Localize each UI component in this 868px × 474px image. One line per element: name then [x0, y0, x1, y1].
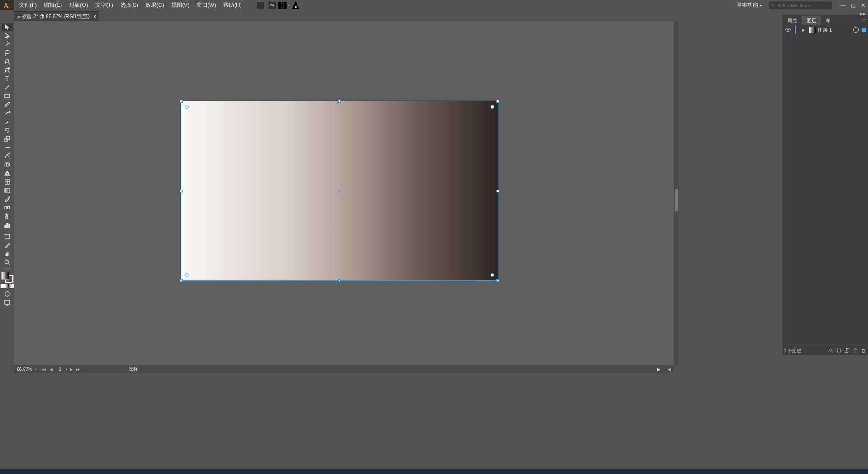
menu-window[interactable]: 窗口(W)	[193, 0, 220, 10]
window-minimize-button[interactable]: ─	[838, 1, 848, 9]
corner-widget[interactable]	[491, 105, 494, 109]
status-tool-label: 选择	[124, 366, 142, 372]
selection-handle[interactable]	[496, 279, 499, 282]
gpu-preview-icon[interactable]	[290, 0, 302, 10]
hscroll-left-icon[interactable]: ◀	[665, 367, 674, 372]
blend-tool[interactable]	[2, 204, 13, 212]
status-play-icon[interactable]: ▶	[657, 367, 665, 372]
stock-icon[interactable]: St	[266, 0, 278, 10]
screen-mode-icon[interactable]	[2, 299, 13, 307]
fill-swatch[interactable]	[1, 272, 9, 280]
menu-help[interactable]: 帮助(H)	[220, 0, 245, 10]
workspace-switcher[interactable]: 基本功能 ▾	[734, 1, 765, 9]
zoom-tool[interactable]	[2, 258, 13, 266]
artboard-number[interactable]: 1	[55, 367, 65, 372]
type-tool[interactable]: T	[2, 75, 13, 83]
disclosure-triangle-icon[interactable]: ▸	[802, 27, 807, 33]
vertical-scrollbar[interactable]	[674, 21, 679, 365]
corner-widget[interactable]	[185, 105, 189, 109]
selected-rectangle[interactable]: ✕	[181, 101, 498, 281]
draw-mode-icon[interactable]	[2, 290, 13, 298]
menu-type[interactable]: 文字(T)	[92, 0, 117, 10]
zoom-level[interactable]: 66.67%	[14, 367, 35, 372]
line-tool[interactable]	[2, 83, 13, 91]
selection-handle[interactable]	[338, 100, 341, 103]
tab-properties[interactable]: 属性	[783, 16, 802, 25]
symbol-sprayer-tool[interactable]	[2, 212, 13, 220]
create-sublayer-icon[interactable]	[844, 348, 850, 354]
width-tool[interactable]	[2, 143, 13, 152]
layer-target-icon[interactable]	[853, 27, 859, 33]
paintbrush-tool[interactable]	[2, 100, 13, 109]
visibility-eye-icon[interactable]	[784, 26, 792, 34]
menu-select[interactable]: 选择(S)	[117, 0, 142, 10]
document-tabs: 未标题-2* @ 66.67% (RGB/预览) ×	[14, 10, 99, 21]
selection-handle[interactable]	[338, 279, 341, 282]
tab-libraries[interactable]: 库	[821, 16, 835, 25]
selection-tool[interactable]	[2, 23, 13, 31]
selection-handle[interactable]	[180, 100, 183, 103]
blank-icon[interactable]	[255, 0, 266, 10]
eyedropper-tool[interactable]	[2, 195, 13, 203]
prev-artboard-button[interactable]: ◀	[48, 367, 54, 372]
magic-wand-tool[interactable]	[2, 40, 13, 48]
corner-widget[interactable]	[185, 273, 189, 277]
corner-widget[interactable]	[491, 273, 494, 277]
scrollbar-thumb[interactable]	[675, 189, 678, 211]
hand-tool[interactable]	[2, 250, 13, 258]
lasso-tool[interactable]	[2, 49, 13, 57]
menu-object[interactable]: 对象(O)	[66, 0, 91, 10]
search-stock[interactable]	[769, 1, 832, 9]
tab-layers[interactable]: 图层	[802, 16, 821, 25]
canvas[interactable]: ✕	[14, 21, 674, 365]
last-artboard-button[interactable]: ⏭	[75, 367, 82, 372]
window-close-button[interactable]: ✕	[858, 1, 868, 9]
scale-tool[interactable]	[2, 135, 13, 143]
menu-edit[interactable]: 编辑(E)	[40, 0, 66, 10]
layer-row[interactable]: ▸ 图层 1	[782, 25, 868, 35]
document-tab[interactable]: 未标题-2* @ 66.67% (RGB/预览) ×	[14, 11, 99, 21]
curvature-tool[interactable]	[2, 66, 13, 74]
delete-layer-icon[interactable]	[861, 348, 866, 354]
mesh-tool[interactable]	[2, 178, 13, 186]
panel-collapse-icon[interactable]: ▸▸	[860, 10, 866, 17]
selection-handle[interactable]	[496, 100, 499, 103]
selection-handle[interactable]	[496, 190, 499, 192]
gradient-tool[interactable]	[2, 186, 13, 194]
os-taskbar[interactable]	[0, 469, 868, 474]
color-mode-gradient[interactable]	[5, 284, 9, 288]
shape-builder-tool[interactable]	[2, 161, 13, 169]
pen-tool[interactable]	[2, 57, 13, 66]
panel-menu-icon[interactable]: ≡	[863, 17, 866, 23]
arrange-documents-icon[interactable]: ▾	[278, 0, 290, 10]
perspective-grid-tool[interactable]	[2, 169, 13, 177]
eraser-tool[interactable]	[2, 118, 13, 126]
close-tab-icon[interactable]: ×	[93, 14, 96, 20]
search-input[interactable]	[778, 3, 830, 8]
color-mode-solid[interactable]	[0, 284, 5, 288]
locate-object-icon[interactable]	[828, 348, 834, 354]
layer-selection-indicator[interactable]	[862, 28, 866, 32]
fill-stroke-control[interactable]	[1, 272, 13, 283]
menu-view[interactable]: 视图(V)	[168, 0, 193, 10]
rotate-tool[interactable]	[2, 126, 13, 134]
first-artboard-button[interactable]: ⏮	[41, 367, 47, 372]
selection-handle[interactable]	[180, 279, 183, 282]
svg-point-20	[7, 206, 10, 209]
direct-selection-tool[interactable]	[2, 32, 13, 40]
layer-name[interactable]: 图层 1	[818, 27, 832, 33]
color-mode-none[interactable]: ╱	[9, 284, 14, 288]
slice-tool[interactable]	[2, 241, 13, 249]
make-clipping-mask-icon[interactable]	[836, 348, 842, 354]
menu-file[interactable]: 文件(F)	[15, 0, 40, 10]
menu-effect[interactable]: 效果(C)	[142, 0, 168, 10]
new-layer-icon[interactable]	[853, 348, 858, 354]
selection-handle[interactable]	[180, 190, 183, 192]
column-graph-tool[interactable]	[2, 221, 13, 229]
free-transform-tool[interactable]	[2, 152, 13, 160]
rectangle-tool[interactable]	[2, 92, 13, 100]
artboard-tool[interactable]	[2, 232, 13, 241]
shaper-tool[interactable]	[2, 109, 13, 117]
window-maximize-button[interactable]: ◻	[848, 1, 858, 9]
next-artboard-button[interactable]: ▶	[68, 367, 75, 372]
